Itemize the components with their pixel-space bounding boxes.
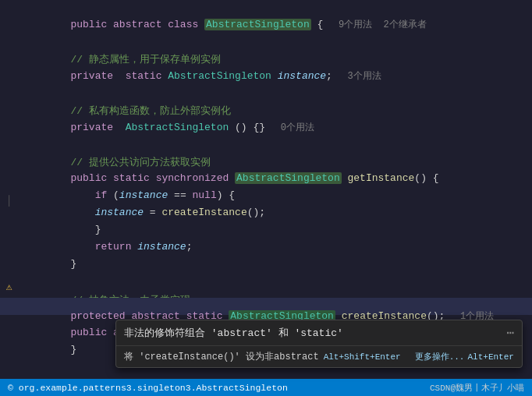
- vertical-bar: │: [6, 195, 12, 207]
- code-line-10: public static synchronized AbstractSingl…: [0, 161, 532, 178]
- editor: public abstract class AbstractSingleton …: [0, 0, 532, 396]
- warning-icon: ⚠: [6, 281, 12, 293]
- code-line-6: // 私有构造函数，防止外部实例化: [0, 92, 532, 109]
- code-line-14: return instance;: [0, 229, 532, 246]
- popup-more-key: Alt+Enter: [467, 352, 513, 362]
- code-line-5: [0, 75, 532, 92]
- popup-header: 非法的修饰符组合 'abstract' 和 'static' ⋯: [116, 320, 522, 346]
- close-class: }: [70, 344, 76, 355]
- code-line-1: public abstract class AbstractSingleton …: [0, 6, 532, 23]
- popup-more-text: 更多操作...: [415, 351, 465, 362]
- status-right: CSDN@魏男丨木子丿小喵: [430, 382, 524, 394]
- code-line-3: // 静态属性，用于保存单例实例: [0, 41, 532, 58]
- code-line-11: if (instance == null) {: [0, 178, 532, 195]
- code-line-9: // 提供公共访问方法获取实例: [0, 143, 532, 161]
- code-line-16: [0, 263, 532, 281]
- popup-action-key: Alt+Shift+Enter: [324, 352, 401, 362]
- popup-menu-icon[interactable]: ⋯: [506, 325, 514, 341]
- status-bar: © org.example.patterns3.singleton3.Abstr…: [0, 379, 532, 396]
- quickfix-popup[interactable]: 非法的修饰符组合 'abstract' 和 'static' ⋯ 将 'crea…: [115, 320, 523, 368]
- code-line-17: ⚠ // 抽象方法，由子类实现: [0, 281, 532, 298]
- code-line-18: protected abstract static AbstractSingle…: [0, 298, 532, 315]
- code-line-15: }: [0, 246, 532, 263]
- code-line-4: private static AbstractSingleton instanc…: [0, 58, 532, 75]
- popup-title: 非法的修饰符组合 'abstract' 和 'static': [124, 326, 506, 340]
- popup-action-text: 将 'createInstance()' 设为非abstract: [124, 350, 319, 363]
- code-line-2: [0, 23, 532, 41]
- popup-action-row[interactable]: 将 'createInstance()' 设为非abstract Alt+Shi…: [116, 346, 522, 367]
- code-line-13: }: [0, 212, 532, 229]
- code-line-7: private AbstractSingleton () {} 0个用法: [0, 109, 532, 126]
- code-line-12: │ instance = createInstance();: [0, 195, 532, 212]
- code-line-8: [0, 126, 532, 143]
- status-text: © org.example.patterns3.singleton3.Abstr…: [8, 383, 288, 393]
